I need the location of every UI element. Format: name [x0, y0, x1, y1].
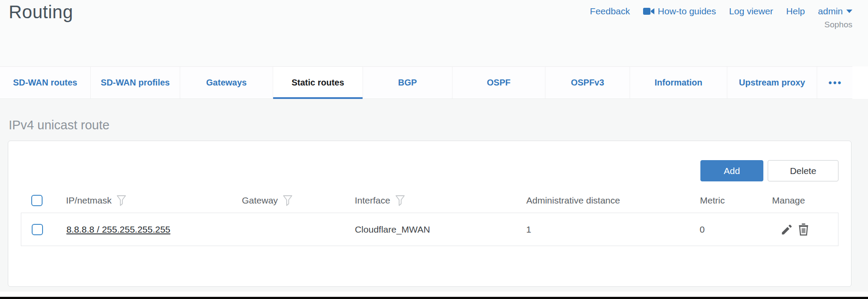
filter-icon-interface[interactable]: [396, 195, 405, 206]
feedback-link[interactable]: Feedback: [590, 6, 630, 16]
help-label: Help: [786, 6, 805, 16]
tab-gateways[interactable]: Gateways: [180, 67, 273, 99]
interface-value: Cloudflare_MWAN: [355, 224, 430, 235]
section-heading: IPv4 unicast route: [9, 118, 109, 132]
routes-table: IP/netmask Gateway Interface: [21, 188, 838, 246]
window-edge: [0, 297, 868, 299]
tab-upstream-proxy[interactable]: Upstream proxy: [727, 67, 817, 99]
column-header-metric: Metric: [700, 195, 725, 206]
column-header-gateway: Gateway: [242, 195, 278, 206]
delete-row-icon[interactable]: [798, 223, 809, 236]
route-link[interactable]: 8.8.8.8 / 255.255.255.255: [66, 224, 170, 235]
header-links: Feedback How-to guides Log viewer Help a…: [590, 6, 852, 16]
filter-icon-gateway[interactable]: [283, 195, 292, 206]
metric-value: 0: [700, 224, 705, 235]
help-link[interactable]: Help: [786, 6, 805, 16]
log-viewer-link[interactable]: Log viewer: [729, 6, 773, 16]
add-button[interactable]: Add: [700, 160, 763, 181]
tab-ospf[interactable]: OSPF: [452, 67, 545, 99]
page-title: Routing: [9, 2, 73, 23]
more-tabs-icon: •••: [827, 77, 842, 89]
select-all-checkbox[interactable]: [31, 195, 43, 206]
filter-icon-ip-netmask[interactable]: [117, 195, 126, 206]
column-header-admin-distance: Administrative distance: [526, 195, 620, 206]
org-label: Sophos: [825, 20, 852, 30]
routes-card: Add Delete IP/netmask Gate: [8, 141, 851, 287]
video-camera-icon: [643, 7, 654, 16]
routing-tabbar: SD-WAN routes SD-WAN profiles Gateways S…: [0, 66, 852, 99]
feedback-label: Feedback: [590, 6, 630, 16]
bottom-strip: [0, 292, 868, 297]
column-header-manage: Manage: [772, 195, 805, 206]
tab-information[interactable]: Information: [630, 67, 727, 99]
tab-ospfv3[interactable]: OSPFv3: [545, 67, 630, 99]
chevron-down-icon: [846, 10, 852, 13]
admin-distance-value: 1: [526, 224, 531, 235]
tab-more[interactable]: •••: [817, 67, 852, 99]
edit-icon[interactable]: [780, 223, 793, 236]
column-header-interface: Interface: [355, 195, 390, 206]
delete-button[interactable]: Delete: [768, 160, 838, 181]
routing-page: Routing Feedback How-to guides Log viewe…: [0, 0, 868, 299]
howto-guides-label: How-to guides: [658, 6, 716, 16]
tab-sdwan-profiles[interactable]: SD-WAN profiles: [90, 67, 180, 99]
howto-guides-link[interactable]: How-to guides: [643, 6, 716, 16]
admin-menu[interactable]: admin: [818, 6, 852, 16]
column-header-ip-netmask: IP/netmask: [66, 195, 112, 206]
table-toolbar: Add Delete: [700, 160, 838, 181]
content-area: IPv4 unicast route Add Delete IP/netmask: [0, 99, 868, 292]
table-header-row: IP/netmask Gateway Interface: [21, 188, 838, 213]
table-row: 8.8.8.8 / 255.255.255.255 Cloudflare_MWA…: [21, 213, 838, 246]
tab-sdwan-routes[interactable]: SD-WAN routes: [0, 67, 90, 99]
tab-static-routes[interactable]: Static routes: [273, 67, 363, 99]
log-viewer-label: Log viewer: [729, 6, 773, 16]
page-header: Routing Feedback How-to guides Log viewe…: [0, 0, 868, 66]
admin-label: admin: [818, 6, 843, 16]
manage-actions: [772, 223, 809, 236]
tab-bgp[interactable]: BGP: [363, 67, 452, 99]
row-checkbox[interactable]: [32, 224, 43, 235]
